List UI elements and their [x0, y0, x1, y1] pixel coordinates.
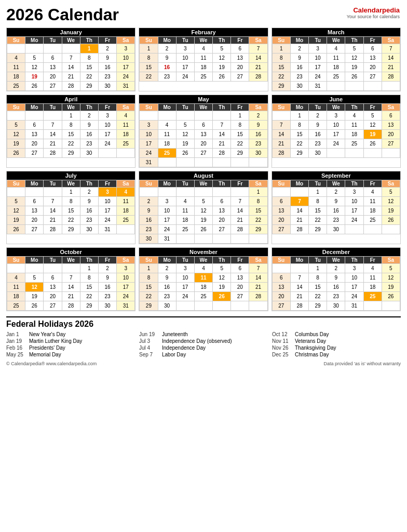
table-cell: 7 — [249, 264, 267, 273]
table-cell: 26 — [213, 292, 231, 301]
table-cell: 19 — [194, 216, 212, 225]
table-cell: 1 — [140, 44, 158, 54]
table-cell: 21 — [231, 216, 249, 225]
table-cell: 26 — [7, 225, 25, 234]
table-cell: 24 — [309, 72, 327, 82]
holiday-name: Independence Day (observed) — [162, 338, 232, 344]
table-cell: 22 — [140, 292, 158, 301]
table-cell: 2 — [327, 188, 345, 197]
dow-header-fr: Fr — [231, 104, 249, 111]
dow-header-mo: Mo — [158, 104, 176, 111]
holiday-date: Jan 1 — [6, 331, 27, 337]
table-cell: 5 — [194, 197, 212, 206]
table-cell — [176, 301, 194, 311]
dow-header-tu: Tu — [176, 37, 194, 44]
month-title: June — [272, 95, 400, 103]
footer: © Calendarpedia® www.calendarpedia.com D… — [6, 361, 401, 366]
table-cell: 28 — [231, 225, 249, 234]
dow-header-we: We — [194, 37, 212, 44]
table-cell — [7, 188, 25, 197]
table-cell — [7, 44, 25, 54]
table-cell — [44, 44, 62, 54]
table-cell: 15 — [62, 130, 80, 139]
dow-header-th: Th — [80, 37, 98, 44]
table-cell: 2 — [98, 44, 116, 54]
table-cell — [140, 111, 158, 121]
holiday-item: May 25Memorial Day — [6, 351, 135, 358]
table-cell — [249, 301, 267, 311]
holiday-date: Dec 25 — [272, 352, 293, 357]
dow-header-we: We — [194, 257, 212, 264]
table-cell: 12 — [382, 197, 400, 206]
month-december: DecemberSuMoTuWeThFrSa123456789101112131… — [272, 247, 401, 311]
table-cell — [158, 188, 176, 197]
dow-header-mo: Mo — [25, 37, 44, 44]
dow-header-fr: Fr — [363, 104, 382, 111]
table-cell: 16 — [80, 130, 98, 139]
holiday-date: Jun 19 — [139, 331, 160, 337]
table-cell — [382, 82, 400, 91]
table-cell: 6 — [25, 197, 44, 206]
table-cell: 15 — [231, 130, 249, 139]
dow-header-su: Su — [140, 257, 158, 264]
dow-header-fr: Fr — [231, 257, 249, 264]
table-cell: 25 — [363, 216, 382, 225]
table-cell: 19 — [7, 216, 25, 225]
dow-header-we: We — [194, 180, 212, 188]
dow-header-tu: Tu — [176, 104, 194, 111]
table-cell: 2 — [327, 264, 345, 273]
table-cell: 11 — [194, 273, 212, 283]
table-cell: 5 — [345, 44, 363, 54]
dow-header-fr: Fr — [363, 37, 382, 44]
dow-header-th: Th — [80, 180, 98, 188]
table-cell: 14 — [290, 283, 308, 292]
table-cell — [25, 44, 44, 54]
dow-header-sa: Sa — [249, 180, 267, 188]
table-cell: 31 — [345, 301, 363, 311]
table-cell: 23 — [249, 139, 267, 149]
table-cell: 25 — [363, 292, 382, 301]
table-cell: 21 — [249, 63, 267, 72]
table-cell: 27 — [231, 72, 249, 82]
table-cell: 17 — [98, 206, 116, 216]
table-cell — [194, 111, 212, 121]
table-cell: 17 — [158, 216, 176, 225]
table-cell: 14 — [382, 54, 400, 63]
table-cell: 24 — [176, 72, 194, 82]
table-cell — [158, 158, 176, 167]
table-cell: 26 — [194, 225, 212, 234]
dow-header-mo: Mo — [158, 180, 176, 188]
table-cell: 17 — [345, 206, 363, 216]
table-cell: 16 — [80, 206, 98, 216]
table-cell: 16 — [98, 283, 116, 292]
dow-header-we: We — [194, 104, 212, 111]
month-table: SuMoTuWeThFrSa12345678910111213141516171… — [7, 103, 135, 158]
dow-header-tu: Tu — [176, 180, 194, 188]
holiday-date: Jul 3 — [139, 338, 160, 344]
table-cell: 6 — [194, 121, 212, 130]
table-cell: 29 — [80, 82, 98, 91]
table-cell: 25 — [7, 301, 25, 311]
table-cell — [44, 188, 62, 197]
table-cell: 2 — [158, 44, 176, 54]
table-cell: 28 — [62, 301, 80, 311]
table-cell: 14 — [44, 206, 62, 216]
table-cell: 23 — [309, 139, 327, 149]
table-cell: 7 — [62, 54, 80, 63]
table-cell: 16 — [327, 206, 345, 216]
table-cell: 12 — [382, 273, 400, 283]
dow-header-th: Th — [345, 257, 363, 264]
dow-header-mo: Mo — [290, 257, 308, 264]
table-cell: 19 — [382, 283, 400, 292]
table-cell — [194, 234, 212, 244]
table-cell: 10 — [345, 197, 363, 206]
table-cell — [44, 264, 62, 273]
table-cell: 15 — [309, 283, 327, 292]
dow-header-we: We — [327, 37, 345, 44]
table-cell: 23 — [327, 216, 345, 225]
holiday-date: May 25 — [6, 352, 27, 357]
dow-header-mo: Mo — [25, 257, 44, 264]
table-cell: 17 — [309, 63, 327, 72]
month-table: SuMoTuWeThFrSa12345678910111213141516171… — [139, 180, 267, 244]
table-cell: 3 — [309, 44, 327, 54]
